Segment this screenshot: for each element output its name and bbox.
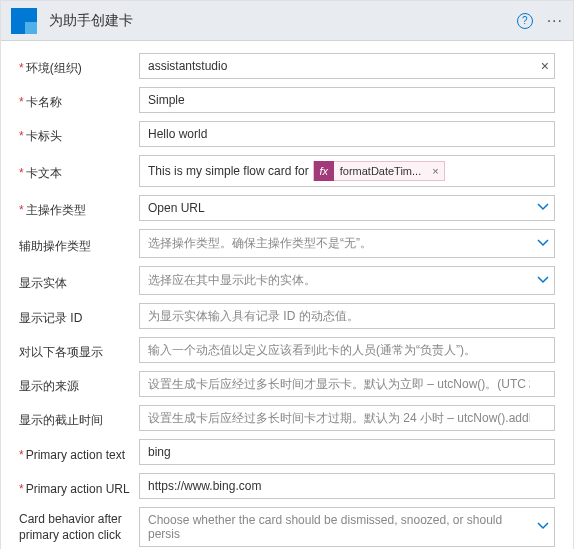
label-secondary-type: 辅助操作类型 xyxy=(19,233,139,255)
label-card-text: 卡文本 xyxy=(19,160,139,182)
input-display-for[interactable] xyxy=(139,337,555,363)
label-display-deadline: 显示的截止时间 xyxy=(19,407,139,429)
label-display-entity: 显示实体 xyxy=(19,270,139,292)
more-icon[interactable]: ··· xyxy=(547,12,563,30)
label-card-behavior: Card behavior after primary action click xyxy=(19,507,139,543)
card-text-prefix: This is my simple flow card for xyxy=(148,164,309,178)
chevron-down-icon[interactable] xyxy=(537,237,549,251)
row-display-source: 显示的来源 xyxy=(19,371,555,397)
input-primary-action-url[interactable] xyxy=(139,473,555,499)
clear-icon[interactable]: × xyxy=(541,58,549,74)
help-icon[interactable]: ? xyxy=(517,13,533,29)
secondary-type-placeholder: 选择操作类型。确保主操作类型不是“无”。 xyxy=(148,235,372,252)
row-display-record-id: 显示记录 ID xyxy=(19,303,555,329)
primary-type-value: Open URL xyxy=(148,201,205,215)
row-primary-action-text: Primary action text xyxy=(19,439,555,465)
card-panel: 为助手创建卡 ? ··· 环境(组织) × 卡名称 卡标头 卡 xyxy=(0,0,574,549)
input-primary-action-text[interactable] xyxy=(139,439,555,465)
panel-body: 环境(组织) × 卡名称 卡标头 卡文本 This is my simple f… xyxy=(1,41,573,549)
label-display-source: 显示的来源 xyxy=(19,373,139,395)
input-environment[interactable] xyxy=(139,53,555,79)
chevron-down-icon[interactable] xyxy=(537,201,549,215)
display-entity-placeholder: 选择应在其中显示此卡的实体。 xyxy=(148,272,316,289)
row-card-header: 卡标头 xyxy=(19,121,555,147)
label-display-for: 对以下各项显示 xyxy=(19,339,139,361)
input-display-source[interactable] xyxy=(139,371,555,397)
label-card-name: 卡名称 xyxy=(19,89,139,111)
select-primary-type[interactable]: Open URL xyxy=(139,195,555,221)
row-environment: 环境(组织) × xyxy=(19,53,555,79)
input-card-text[interactable]: This is my simple flow card for fx forma… xyxy=(139,155,555,187)
connector-icon xyxy=(11,8,37,34)
row-secondary-type: 辅助操作类型 选择操作类型。确保主操作类型不是“无”。 xyxy=(19,229,555,258)
token-remove-icon[interactable]: × xyxy=(427,165,443,177)
row-display-for: 对以下各项显示 xyxy=(19,337,555,363)
expression-token[interactable]: fx formatDateTim... × xyxy=(313,161,445,181)
token-label: formatDateTim... xyxy=(334,165,428,177)
select-card-behavior[interactable]: Choose whether the card should be dismis… xyxy=(139,507,555,547)
header-actions: ? ··· xyxy=(517,12,563,30)
row-card-name: 卡名称 xyxy=(19,87,555,113)
input-card-name[interactable] xyxy=(139,87,555,113)
row-display-entity: 显示实体 选择应在其中显示此卡的实体。 xyxy=(19,266,555,295)
row-display-deadline: 显示的截止时间 xyxy=(19,405,555,431)
row-primary-type: 主操作类型 Open URL xyxy=(19,195,555,221)
row-card-text: 卡文本 This is my simple flow card for fx f… xyxy=(19,155,555,187)
input-display-deadline[interactable] xyxy=(139,405,555,431)
select-secondary-type[interactable]: 选择操作类型。确保主操作类型不是“无”。 xyxy=(139,229,555,258)
label-primary-type: 主操作类型 xyxy=(19,197,139,219)
input-display-record-id[interactable] xyxy=(139,303,555,329)
label-card-header: 卡标头 xyxy=(19,123,139,145)
label-primary-action-url: Primary action URL xyxy=(19,477,139,496)
card-behavior-placeholder: Choose whether the card should be dismis… xyxy=(148,513,530,541)
input-card-header[interactable] xyxy=(139,121,555,147)
panel-header: 为助手创建卡 ? ··· xyxy=(1,1,573,41)
row-primary-action-url: Primary action URL xyxy=(19,473,555,499)
label-environment: 环境(组织) xyxy=(19,55,139,77)
label-primary-action-text: Primary action text xyxy=(19,443,139,462)
panel-title: 为助手创建卡 xyxy=(49,12,517,30)
chevron-down-icon[interactable] xyxy=(537,520,549,534)
fx-icon: fx xyxy=(314,161,334,181)
select-display-entity[interactable]: 选择应在其中显示此卡的实体。 xyxy=(139,266,555,295)
label-display-record-id: 显示记录 ID xyxy=(19,305,139,327)
row-card-behavior: Card behavior after primary action click… xyxy=(19,507,555,547)
chevron-down-icon[interactable] xyxy=(537,274,549,288)
